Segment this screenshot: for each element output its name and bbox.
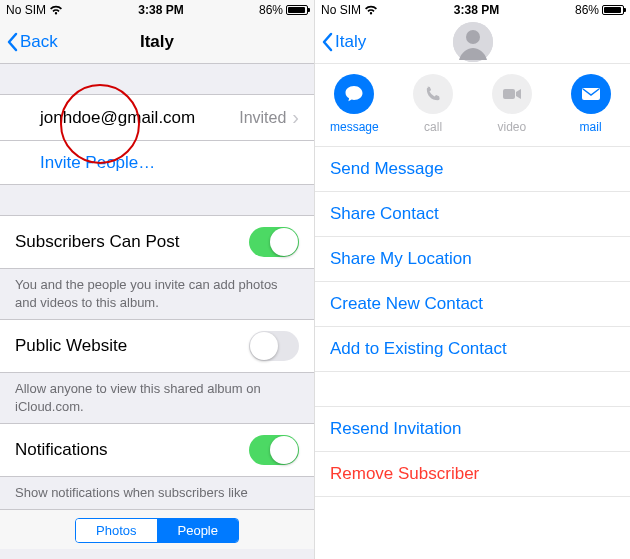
nav-bar: Back Italy xyxy=(0,20,314,64)
subscribers-can-post-toggle[interactable] xyxy=(249,227,299,257)
public-website-footer: Allow anyone to view this shared album o… xyxy=(0,373,314,423)
add-existing-contact-button[interactable]: Add to Existing Contact xyxy=(315,327,630,372)
status-bar: No SIM 3:38 PM 86% xyxy=(0,0,314,20)
album-settings-screen: No SIM 3:38 PM 86% Back Italy xyxy=(0,0,315,559)
back-label: Back xyxy=(20,32,58,52)
subscribers-can-post-label: Subscribers Can Post xyxy=(15,232,249,252)
notifications-row: Notifications xyxy=(0,423,314,477)
subscribers-can-post-row: Subscribers Can Post xyxy=(0,215,314,269)
back-button[interactable]: Back xyxy=(6,20,58,63)
segment-photos[interactable]: Photos xyxy=(76,519,156,542)
clock-label: 3:38 PM xyxy=(138,3,183,17)
wifi-icon xyxy=(49,4,63,16)
subscriber-email: jonhdoe@gmail.com xyxy=(40,108,239,128)
chevron-right-icon: › xyxy=(286,106,299,129)
video-icon xyxy=(492,74,532,114)
carrier-label: No SIM xyxy=(6,3,46,17)
share-location-button[interactable]: Share My Location xyxy=(315,237,630,282)
invite-people-button[interactable]: Invite People… xyxy=(0,141,314,185)
chevron-left-icon xyxy=(6,32,18,52)
segment-people[interactable]: People xyxy=(157,519,238,542)
message-action[interactable]: message xyxy=(319,74,389,134)
call-label: call xyxy=(424,120,442,134)
subscribers-can-post-footer: You and the people you invite can add ph… xyxy=(0,269,314,319)
contact-actions-row: message call video mail xyxy=(315,64,630,147)
back-label: Italy xyxy=(335,32,366,52)
subscriber-row[interactable]: jonhdoe@gmail.com Invited › xyxy=(0,94,314,141)
invite-label: Invite People… xyxy=(40,153,155,173)
phone-icon xyxy=(413,74,453,114)
notifications-label: Notifications xyxy=(15,440,249,460)
video-label: video xyxy=(498,120,527,134)
page-title: Italy xyxy=(140,32,174,52)
mail-label: mail xyxy=(580,120,602,134)
wifi-icon xyxy=(364,4,378,16)
person-icon xyxy=(453,22,493,62)
subscriber-status: Invited xyxy=(239,109,286,127)
svg-point-1 xyxy=(466,30,480,44)
public-website-label: Public Website xyxy=(15,336,249,356)
resend-invitation-button[interactable]: Resend Invitation xyxy=(315,406,630,452)
nav-bar: Italy xyxy=(315,20,630,64)
notifications-toggle[interactable] xyxy=(249,435,299,465)
public-website-row: Public Website xyxy=(0,319,314,373)
contact-avatar xyxy=(453,22,493,62)
carrier-label: No SIM xyxy=(321,3,361,17)
battery-icon xyxy=(286,5,308,15)
battery-pct-label: 86% xyxy=(259,3,283,17)
public-website-toggle[interactable] xyxy=(249,331,299,361)
message-icon xyxy=(334,74,374,114)
chevron-left-icon xyxy=(321,32,333,52)
clock-label: 3:38 PM xyxy=(454,3,499,17)
send-message-button[interactable]: Send Message xyxy=(315,147,630,192)
tab-bar: Photos People xyxy=(0,509,314,549)
video-action[interactable]: video xyxy=(477,74,547,134)
battery-pct-label: 86% xyxy=(575,3,599,17)
message-label: message xyxy=(330,120,379,134)
contact-detail-screen: No SIM 3:38 PM 86% Italy xyxy=(315,0,630,559)
battery-icon xyxy=(602,5,624,15)
mail-action[interactable]: mail xyxy=(556,74,626,134)
svg-rect-2 xyxy=(503,89,515,99)
create-contact-button[interactable]: Create New Contact xyxy=(315,282,630,327)
call-action[interactable]: call xyxy=(398,74,468,134)
back-button[interactable]: Italy xyxy=(321,20,366,63)
mail-icon xyxy=(571,74,611,114)
segmented-control: Photos People xyxy=(75,518,239,543)
share-contact-button[interactable]: Share Contact xyxy=(315,192,630,237)
remove-subscriber-button[interactable]: Remove Subscriber xyxy=(315,452,630,497)
status-bar: No SIM 3:38 PM 86% xyxy=(315,0,630,20)
